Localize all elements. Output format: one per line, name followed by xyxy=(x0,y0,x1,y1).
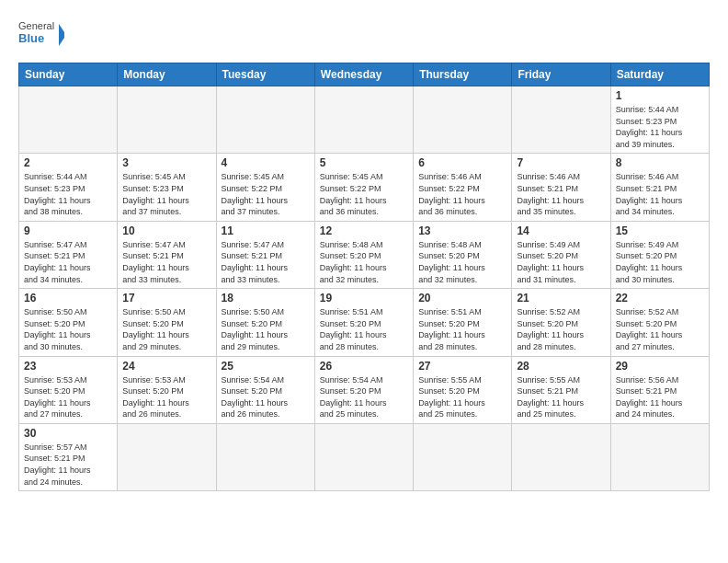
calendar-week-6: 30Sunrise: 5:57 AMSunset: 5:21 PMDayligh… xyxy=(19,423,710,490)
day-header-monday: Monday xyxy=(118,63,216,86)
calendar-cell xyxy=(216,423,314,490)
calendar-cell xyxy=(512,423,610,490)
calendar-cell: 29Sunrise: 5:56 AMSunset: 5:21 PMDayligh… xyxy=(610,356,709,423)
svg-marker-2 xyxy=(59,24,64,46)
day-info: Sunrise: 5:47 AMSunset: 5:21 PMDaylight:… xyxy=(24,239,112,285)
calendar-cell: 13Sunrise: 5:48 AMSunset: 5:20 PMDayligh… xyxy=(414,221,512,288)
day-header-friday: Friday xyxy=(512,63,610,86)
logo-svg: General Blue xyxy=(18,15,64,55)
calendar-cell: 21Sunrise: 5:52 AMSunset: 5:20 PMDayligh… xyxy=(512,289,610,356)
calendar-cell: 3Sunrise: 5:45 AMSunset: 5:23 PMDaylight… xyxy=(118,154,216,221)
day-number: 8 xyxy=(616,156,704,169)
day-number: 16 xyxy=(24,292,112,304)
calendar-cell xyxy=(19,86,118,154)
calendar-cell xyxy=(118,423,216,490)
calendar-cell: 28Sunrise: 5:55 AMSunset: 5:21 PMDayligh… xyxy=(512,356,610,423)
day-number: 1 xyxy=(616,89,704,102)
day-info: Sunrise: 5:44 AMSunset: 5:23 PMDaylight:… xyxy=(616,104,704,150)
day-number: 9 xyxy=(24,224,112,237)
calendar-cell: 23Sunrise: 5:53 AMSunset: 5:20 PMDayligh… xyxy=(19,356,118,423)
day-info: Sunrise: 5:54 AMSunset: 5:20 PMDaylight:… xyxy=(320,374,408,420)
page: General Blue SundayMondayTuesdayWednesda… xyxy=(0,0,728,563)
day-header-saturday: Saturday xyxy=(610,63,709,86)
day-info: Sunrise: 5:52 AMSunset: 5:20 PMDaylight:… xyxy=(616,306,704,352)
calendar-cell: 27Sunrise: 5:55 AMSunset: 5:20 PMDayligh… xyxy=(414,356,512,423)
day-number: 27 xyxy=(418,360,506,373)
calendar-cell: 17Sunrise: 5:50 AMSunset: 5:20 PMDayligh… xyxy=(118,289,216,356)
day-number: 13 xyxy=(418,224,506,237)
day-info: Sunrise: 5:47 AMSunset: 5:21 PMDaylight:… xyxy=(122,239,210,285)
day-info: Sunrise: 5:46 AMSunset: 5:22 PMDaylight:… xyxy=(418,171,506,217)
day-info: Sunrise: 5:45 AMSunset: 5:22 PMDaylight:… xyxy=(320,171,408,217)
day-number: 11 xyxy=(222,224,310,237)
day-header-tuesday: Tuesday xyxy=(216,63,314,86)
logo: General Blue xyxy=(18,15,64,55)
day-info: Sunrise: 5:48 AMSunset: 5:20 PMDaylight:… xyxy=(320,239,408,285)
day-number: 24 xyxy=(122,360,210,373)
day-info: Sunrise: 5:51 AMSunset: 5:20 PMDaylight:… xyxy=(418,306,506,352)
day-header-wednesday: Wednesday xyxy=(314,63,413,86)
calendar-cell xyxy=(216,86,314,154)
calendar-week-4: 16Sunrise: 5:50 AMSunset: 5:20 PMDayligh… xyxy=(19,289,710,356)
day-info: Sunrise: 5:45 AMSunset: 5:23 PMDaylight:… xyxy=(122,171,210,217)
calendar-cell: 14Sunrise: 5:49 AMSunset: 5:20 PMDayligh… xyxy=(512,221,610,288)
day-info: Sunrise: 5:45 AMSunset: 5:22 PMDaylight:… xyxy=(222,171,310,217)
day-info: Sunrise: 5:50 AMSunset: 5:20 PMDaylight:… xyxy=(24,306,112,352)
day-info: Sunrise: 5:57 AMSunset: 5:21 PMDaylight:… xyxy=(24,442,112,488)
day-number: 6 xyxy=(418,156,506,169)
day-number: 29 xyxy=(616,360,704,373)
day-info: Sunrise: 5:44 AMSunset: 5:23 PMDaylight:… xyxy=(24,171,112,217)
calendar-table: SundayMondayTuesdayWednesdayThursdayFrid… xyxy=(18,63,710,491)
calendar-cell xyxy=(512,86,610,154)
day-header-thursday: Thursday xyxy=(414,63,512,86)
calendar-week-3: 9Sunrise: 5:47 AMSunset: 5:21 PMDaylight… xyxy=(19,221,710,288)
day-info: Sunrise: 5:49 AMSunset: 5:20 PMDaylight:… xyxy=(517,239,605,285)
day-number: 7 xyxy=(517,156,605,169)
day-number: 20 xyxy=(418,292,506,304)
day-number: 25 xyxy=(222,360,310,373)
day-info: Sunrise: 5:48 AMSunset: 5:20 PMDaylight:… xyxy=(418,239,506,285)
day-number: 2 xyxy=(24,156,112,169)
calendar-cell: 5Sunrise: 5:45 AMSunset: 5:22 PMDaylight… xyxy=(314,154,413,221)
calendar-week-5: 23Sunrise: 5:53 AMSunset: 5:20 PMDayligh… xyxy=(19,356,710,423)
calendar-cell: 12Sunrise: 5:48 AMSunset: 5:20 PMDayligh… xyxy=(314,221,413,288)
day-number: 10 xyxy=(122,224,210,237)
day-number: 18 xyxy=(222,292,310,304)
day-info: Sunrise: 5:51 AMSunset: 5:20 PMDaylight:… xyxy=(320,306,408,352)
calendar-cell xyxy=(610,423,709,490)
day-number: 17 xyxy=(122,292,210,304)
day-number: 3 xyxy=(122,156,210,169)
calendar-cell xyxy=(314,423,413,490)
calendar-cell: 10Sunrise: 5:47 AMSunset: 5:21 PMDayligh… xyxy=(118,221,216,288)
calendar-cell: 25Sunrise: 5:54 AMSunset: 5:20 PMDayligh… xyxy=(216,356,314,423)
day-info: Sunrise: 5:53 AMSunset: 5:20 PMDaylight:… xyxy=(24,374,112,420)
header: General Blue xyxy=(18,15,710,55)
day-info: Sunrise: 5:55 AMSunset: 5:21 PMDaylight:… xyxy=(517,374,605,420)
day-number: 23 xyxy=(24,360,112,373)
calendar-cell: 2Sunrise: 5:44 AMSunset: 5:23 PMDaylight… xyxy=(19,154,118,221)
calendar-cell xyxy=(118,86,216,154)
day-info: Sunrise: 5:54 AMSunset: 5:20 PMDaylight:… xyxy=(222,374,310,420)
calendar-cell: 26Sunrise: 5:54 AMSunset: 5:20 PMDayligh… xyxy=(314,356,413,423)
calendar-week-1: 1Sunrise: 5:44 AMSunset: 5:23 PMDaylight… xyxy=(19,86,710,154)
day-number: 19 xyxy=(320,292,408,304)
calendar-cell: 4Sunrise: 5:45 AMSunset: 5:22 PMDaylight… xyxy=(216,154,314,221)
day-info: Sunrise: 5:50 AMSunset: 5:20 PMDaylight:… xyxy=(222,306,310,352)
svg-text:General: General xyxy=(18,20,54,31)
day-info: Sunrise: 5:49 AMSunset: 5:20 PMDaylight:… xyxy=(616,239,704,285)
calendar-cell: 6Sunrise: 5:46 AMSunset: 5:22 PMDaylight… xyxy=(414,154,512,221)
calendar-cell: 1Sunrise: 5:44 AMSunset: 5:23 PMDaylight… xyxy=(610,86,709,154)
calendar-week-2: 2Sunrise: 5:44 AMSunset: 5:23 PMDaylight… xyxy=(19,154,710,221)
calendar-cell: 18Sunrise: 5:50 AMSunset: 5:20 PMDayligh… xyxy=(216,289,314,356)
day-info: Sunrise: 5:46 AMSunset: 5:21 PMDaylight:… xyxy=(517,171,605,217)
calendar-cell: 22Sunrise: 5:52 AMSunset: 5:20 PMDayligh… xyxy=(610,289,709,356)
calendar-cell: 16Sunrise: 5:50 AMSunset: 5:20 PMDayligh… xyxy=(19,289,118,356)
calendar-cell: 19Sunrise: 5:51 AMSunset: 5:20 PMDayligh… xyxy=(314,289,413,356)
day-header-sunday: Sunday xyxy=(19,63,118,86)
calendar-cell xyxy=(414,423,512,490)
day-info: Sunrise: 5:47 AMSunset: 5:21 PMDaylight:… xyxy=(222,239,310,285)
day-info: Sunrise: 5:56 AMSunset: 5:21 PMDaylight:… xyxy=(616,374,704,420)
day-info: Sunrise: 5:52 AMSunset: 5:20 PMDaylight:… xyxy=(517,306,605,352)
calendar-cell: 11Sunrise: 5:47 AMSunset: 5:21 PMDayligh… xyxy=(216,221,314,288)
day-info: Sunrise: 5:53 AMSunset: 5:20 PMDaylight:… xyxy=(122,374,210,420)
